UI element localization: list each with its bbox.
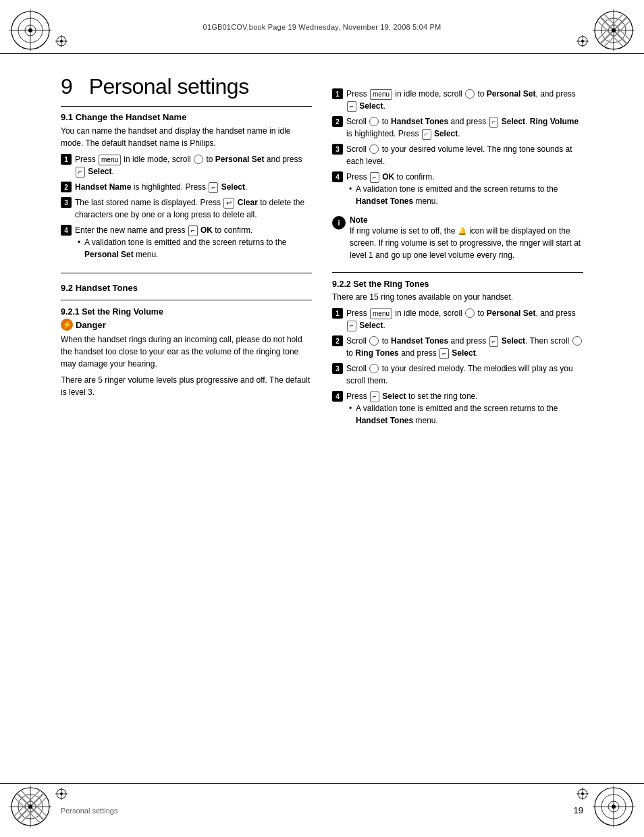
danger-body-1: When the handset rings during an incomin… [61, 333, 312, 370]
step-rt-3: 3 Scroll to your desired melody. The mel… [332, 362, 583, 387]
step-num-91-3: 3 [61, 197, 72, 208]
step-vol-3-text: Scroll to your desired volume level. The… [346, 143, 583, 167]
scroll-icon-v2 [369, 117, 379, 126]
section-91-body: You can name the handset and display the… [61, 125, 312, 149]
left-column: 9 Personal settings 9.1 Change the Hands… [61, 54, 312, 783]
step-91-2: 2 Handset Name is highlighted. Press ⌐ S… [61, 181, 312, 193]
header-bar: 01GB01COV.book Page 19 Wednesday, Novemb… [0, 0, 644, 54]
step-vol-2-text: Scroll to Handset Tones and press ⌐ Sele… [346, 115, 583, 140]
ok-btn-v4: ⌐ [370, 172, 379, 183]
step-vol-4-bullet: A validation tone is emitted and the scr… [346, 183, 583, 207]
step-91-1: 1 Press menu in idle mode, scroll to Per… [61, 153, 312, 178]
section-91-steps: 1 Press menu in idle mode, scroll to Per… [61, 153, 312, 261]
scroll-icon-rt3 [369, 364, 379, 373]
step-rt-4: 4 Press ⌐ Select to set the ring tone. A… [332, 390, 583, 427]
step-vol-3: 3 Scroll to your desired volume level. T… [332, 143, 583, 167]
select-btn-rt4: ⌐ [370, 392, 379, 402]
select-btn-icon-2: ⌐ [209, 182, 218, 193]
step-vol-1-text: Press menu in idle mode, scroll to Perso… [346, 88, 583, 112]
menu-icon-rt1: menu [370, 308, 392, 319]
select-btn-icon-1: ⌐ [76, 167, 85, 178]
scroll-icon-rt1 [465, 308, 475, 318]
chapter-number: 9 [61, 74, 72, 99]
note-text: If ring volume is set to off, the 🔔 icon… [350, 226, 581, 260]
danger-row: ⚡ Danger [61, 319, 312, 331]
section-922-body: There are 15 ring tones available on you… [332, 291, 583, 303]
step-rt-2-text: Scroll to Handset Tones and press ⌐ Sele… [346, 335, 583, 359]
set-ringtones-steps: 1 Press menu in idle mode, scroll to Per… [332, 307, 583, 427]
step-91-3: 3 The last stored name is displayed. Pre… [61, 196, 312, 221]
section-91-heading: 9.1 Change the Handset Name [61, 112, 312, 122]
step-vol-1: 1 Press menu in idle mode, scroll to Per… [332, 88, 583, 112]
footer-bar: Personal settings 19 [0, 783, 644, 837]
chapter-title: Personal settings [89, 74, 249, 99]
note-content: Note If ring volume is set to off, the 🔔… [350, 215, 583, 261]
step-vol-4-text: Press ⌐ OK to confirm. A validation tone… [346, 171, 583, 207]
step-num-91-1: 1 [61, 154, 72, 165]
scroll-icon-v3 [369, 144, 379, 154]
step-num-rt-2: 2 [332, 335, 343, 346]
step-vol-4: 4 Press ⌐ OK to confirm. A validation to… [332, 171, 583, 207]
step-rt-4-text: Press ⌐ Select to set the ring tone. A v… [346, 390, 583, 427]
step-num-rt-4: 4 [332, 391, 343, 402]
section-921-heading: 9.2.1 Set the Ring Volume [61, 307, 312, 317]
step-rt-3-text: Scroll to your desired melody. The melod… [346, 362, 583, 387]
step-91-1-text: Press menu in idle mode, scroll to Perso… [75, 153, 312, 178]
select-btn-v2: ⌐ [489, 117, 499, 128]
danger-label: Danger [76, 320, 106, 330]
select-btn-v2b: ⌐ [422, 129, 431, 140]
note-box: i Note If ring volume is set to off, the… [332, 215, 583, 261]
chapter-heading: 9 Personal settings [61, 74, 312, 99]
step-num-vol-3: 3 [332, 144, 343, 155]
step-rt-2: 2 Scroll to Handset Tones and press ⌐ Se… [332, 335, 583, 359]
menu-icon: menu [99, 155, 121, 165]
danger-icon: ⚡ [61, 319, 73, 331]
select-btn-rt1: ⌐ [347, 321, 356, 331]
note-label: Note [350, 215, 368, 225]
scroll-icon-v1 [465, 89, 475, 99]
ok-btn-icon-1: ⌐ [188, 225, 198, 236]
step-rt-1: 1 Press menu in idle mode, scroll to Per… [332, 307, 583, 331]
note-circle-icon: i [332, 216, 346, 230]
bell-icon: 🔔 [458, 227, 467, 235]
step-num-91-2: 2 [61, 182, 72, 192]
divider-922 [332, 272, 583, 273]
step-num-vol-2: 2 [332, 116, 343, 127]
step-num-vol-4: 4 [332, 171, 343, 182]
step-91-4-bullet: A validation tone is emitted and the scr… [75, 236, 312, 261]
step-91-4-text: Enter the new name and press ⌐ OK to con… [75, 224, 312, 261]
select-btn-v1: ⌐ [347, 101, 356, 112]
step-91-2-text: Handset Name is highlighted. Press ⌐ Sel… [75, 181, 312, 193]
step-rt-4-bullet: A validation tone is emitted and the scr… [346, 402, 583, 427]
footer-left-text: Personal settings [61, 807, 574, 815]
set-volume-steps: 1 Press menu in idle mode, scroll to Per… [332, 88, 583, 207]
danger-body-2: There are 5 ringer volume levels plus pr… [61, 374, 312, 398]
scroll-icon-rt2 [369, 336, 379, 346]
section-92-heading: 9.2 Handset Tones [61, 283, 312, 293]
right-column: 1 Press menu in idle mode, scroll to Per… [332, 54, 583, 783]
divider-91 [61, 106, 312, 107]
step-91-3-text: The last stored name is displayed. Press… [75, 196, 312, 221]
step-num-vol-1: 1 [332, 88, 343, 99]
divider-92 [61, 273, 312, 273]
main-content: 9 Personal settings 9.1 Change the Hands… [61, 54, 583, 783]
divider-921 [61, 300, 312, 300]
menu-icon-v1: menu [370, 89, 392, 100]
step-rt-1-text: Press menu in idle mode, scroll to Perso… [346, 307, 583, 331]
select-btn-rt2: ⌐ [489, 336, 499, 347]
header-text: 01GB01COV.book Page 19 Wednesday, Novemb… [203, 23, 441, 31]
step-vol-2: 2 Scroll to Handset Tones and press ⌐ Se… [332, 115, 583, 140]
scroll-icon-rt2b [572, 336, 582, 346]
section-922-heading: 9.2.2 Set the Ring Tones [332, 279, 583, 289]
step-num-rt-1: 1 [332, 308, 343, 319]
step-91-4: 4 Enter the new name and press ⌐ OK to c… [61, 224, 312, 261]
select-btn-rt2b: ⌐ [439, 348, 449, 359]
footer-right-text: 19 [574, 805, 583, 815]
clear-btn-icon: ↩ [223, 198, 234, 209]
step-num-rt-3: 3 [332, 363, 343, 374]
scroll-icon-1 [194, 155, 203, 164]
step-num-91-4: 4 [61, 225, 72, 236]
